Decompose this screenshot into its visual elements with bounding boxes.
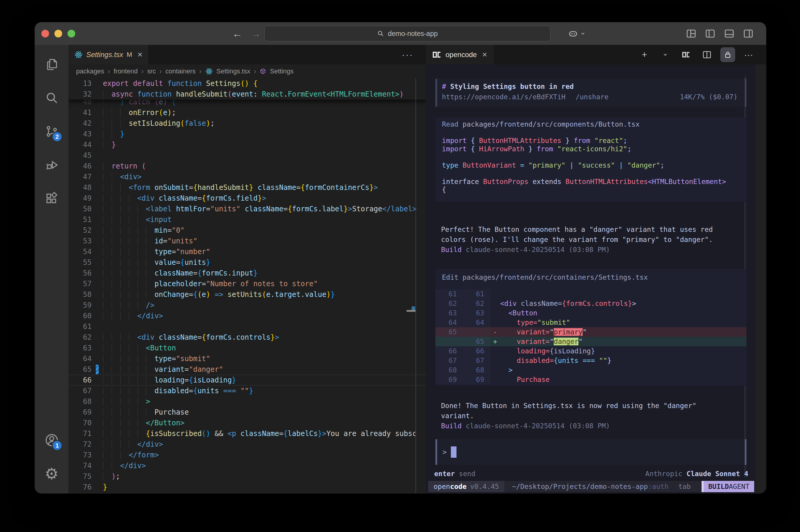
- command-center-search[interactable]: demo-notes-app: [264, 26, 551, 41]
- tui-line: [442, 153, 746, 162]
- code-line: 60 </div>: [69, 310, 426, 321]
- breadcrumb-item[interactable]: src: [147, 68, 156, 75]
- code-editor[interactable]: 13export default function Settings() {32…: [69, 78, 426, 493]
- tab-title: Settings.tsx: [86, 51, 123, 59]
- minimize-window-button[interactable]: [54, 30, 62, 37]
- back-button[interactable]: ←: [232, 28, 242, 40]
- zoom-window-button[interactable]: [68, 30, 75, 37]
- breadcrumb-item[interactable]: Settings.tsx: [217, 68, 250, 75]
- sidebar-item-source-control[interactable]: 2: [35, 114, 69, 148]
- extensions-icon: [44, 191, 59, 206]
- scrollbar-thumb[interactable]: [407, 310, 416, 312]
- titlebar: ← → demo-notes-app: [35, 22, 766, 45]
- code-line: 62 <div className={formCs.controls}>: [69, 332, 426, 343]
- sidebar-item-search[interactable]: [35, 81, 69, 114]
- code-line: 41 onError(e);: [69, 107, 426, 118]
- code-line: 55 value={units}: [69, 257, 426, 268]
- activity-bar: 2 1 ⚙: [35, 45, 69, 493]
- diff-row: 6363 <Button: [435, 308, 746, 318]
- code-line: 42 setIsLoading(false);: [69, 118, 426, 129]
- edit-block-title: Edit packages/frontend/src/containers/Se…: [435, 273, 746, 282]
- code-line: 64 type="submit": [69, 354, 426, 364]
- tui-line: [442, 169, 746, 178]
- chevron-right-icon: ›: [141, 67, 144, 75]
- diff-row: 6868 >: [435, 365, 746, 375]
- code-line: 75 );: [69, 471, 426, 482]
- opencode-logo-icon[interactable]: [679, 47, 693, 62]
- diff-row: 6767 disabled={units === ""}: [435, 356, 746, 365]
- react-file-icon: [205, 68, 213, 75]
- tui-line: type ButtonVariant = "primary" | "succes…: [442, 162, 746, 170]
- opencode-terminal[interactable]: # Styling Settings button in red https:/…: [426, 64, 766, 493]
- editor-panel-sash[interactable]: [415, 78, 416, 493]
- tui-line: Read packages/frontend/src/components/Bu…: [442, 120, 746, 129]
- breadcrumb-item[interactable]: containers: [165, 68, 196, 75]
- search-icon: [377, 30, 384, 37]
- sidebar-item-run-debug[interactable]: [35, 148, 69, 182]
- code-line: 74 </div>: [69, 460, 426, 471]
- gear-icon: ⚙: [44, 465, 59, 483]
- code-line: 44 }: [69, 139, 426, 150]
- code-line: 66 loading={isLoading}: [69, 375, 426, 385]
- diff-row: 65- variant="primary": [435, 327, 746, 337]
- tui-line: import { HiArrowPath } from "react-icons…: [442, 145, 746, 153]
- toggle-primary-sidebar-icon[interactable]: [705, 28, 715, 39]
- diff-row: 6161: [435, 289, 746, 299]
- prompt-input[interactable]: >: [435, 439, 746, 465]
- tui-line: import { ButtonHTMLAttributes } from "re…: [442, 137, 746, 145]
- opencode-logo-icon: [432, 50, 441, 59]
- code-line: 72 </div>: [69, 439, 426, 450]
- chevron-right-icon: ›: [254, 67, 256, 75]
- sidebar-item-explorer[interactable]: [35, 47, 69, 81]
- toggle-secondary-sidebar-icon[interactable]: [743, 28, 754, 39]
- new-session-button[interactable]: +: [637, 47, 652, 62]
- copilot-icon: [568, 28, 578, 39]
- forward-button[interactable]: →: [251, 28, 261, 40]
- run-debug-icon: [44, 158, 59, 172]
- session-share-url[interactable]: https://opencode.ai/s/eBdFXTiH: [442, 92, 565, 102]
- tab-opencode[interactable]: opencode ×: [426, 45, 494, 64]
- editor-more-actions-icon[interactable]: ···: [402, 50, 413, 60]
- chevron-right-icon: ›: [160, 67, 162, 75]
- sidebar-item-extensions[interactable]: [35, 182, 69, 215]
- code-line: 68 >: [69, 396, 426, 407]
- model-timestamp: claude-sonnet-4-20250514 (03:08 PM): [462, 246, 610, 253]
- close-window-button[interactable]: [41, 30, 49, 37]
- breadcrumb-item[interactable]: packages: [76, 68, 104, 75]
- editor-tab-bar: Settings.tsx M × ···: [69, 45, 426, 64]
- tab-settings-tsx[interactable]: Settings.tsx M ×: [69, 45, 149, 64]
- tab-close-icon[interactable]: ×: [137, 50, 142, 59]
- panel-tab-close-icon[interactable]: ×: [482, 50, 487, 59]
- settings-gear-button[interactable]: ⚙: [35, 457, 69, 490]
- code-line: 47 <div>: [69, 171, 426, 182]
- lock-editor-icon[interactable]: [720, 47, 735, 62]
- unshare-command[interactable]: /unshare: [575, 92, 609, 102]
- session-title-hash: #: [442, 83, 446, 90]
- sticky-scroll: 13export default function Settings() {32…: [69, 78, 426, 99]
- code-line: 13export default function Settings() {: [69, 78, 426, 89]
- code-line: 61: [69, 321, 426, 332]
- build-agent-badge[interactable]: BUILD AGENT: [702, 481, 755, 492]
- keybinding-hints: enter send Anthropic Claude Sonnet 4: [434, 469, 748, 479]
- copilot-button[interactable]: [568, 28, 585, 39]
- chevron-down-icon[interactable]: [658, 47, 673, 62]
- prompt-marker: >: [443, 448, 447, 456]
- split-editor-icon[interactable]: [700, 47, 714, 62]
- code-line: 54 type="number": [69, 246, 426, 257]
- code-line: 70 </Button>: [69, 418, 426, 428]
- customize-layout-icon[interactable]: [686, 28, 696, 39]
- toggle-panel-icon[interactable]: [724, 28, 734, 39]
- breadcrumb-item[interactable]: frontend: [114, 68, 138, 75]
- git-modified-marker: [96, 365, 99, 374]
- breadcrumb-item[interactable]: Settings: [270, 68, 294, 75]
- more-actions-icon[interactable]: ···: [741, 47, 756, 62]
- accounts-button[interactable]: 1: [35, 423, 69, 457]
- panel-tab-title: opencode: [446, 51, 477, 59]
- symbol-icon: [260, 68, 266, 75]
- tui-line: [442, 129, 746, 137]
- code-line: 53 id="units": [69, 236, 426, 246]
- panel-tab-bar: opencode × +: [426, 45, 766, 64]
- code-line: 49 <div className={formCs.field}>: [69, 193, 426, 204]
- code-line: 52 min="0": [69, 225, 426, 236]
- accounts-badge: 1: [52, 440, 62, 451]
